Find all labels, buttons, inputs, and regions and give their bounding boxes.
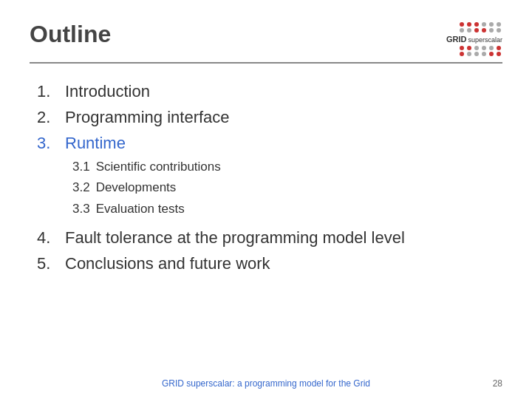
- outline-list: 1. Introduction 2. Programming interface…: [37, 78, 502, 157]
- item-label-4: Fault tolerance at the programming model…: [65, 225, 405, 250]
- dot: [482, 52, 486, 56]
- dot: [474, 28, 479, 33]
- slide-content: 1. Introduction 2. Programming interface…: [30, 78, 502, 277]
- sub-item-num-33: 3.3: [72, 199, 90, 220]
- slide-header: Outline GRID superscalar: [30, 21, 502, 64]
- sub-item-num-31: 3.1: [72, 157, 90, 178]
- item-label-3: Runtime: [65, 130, 126, 156]
- dot: [489, 46, 494, 50]
- logo-dots-top: [460, 22, 502, 33]
- logo-grid-label: GRID: [446, 35, 467, 44]
- dot: [489, 22, 494, 27]
- dot: [474, 46, 479, 50]
- dot: [497, 46, 501, 50]
- page-number: 28: [493, 378, 502, 389]
- dot: [460, 28, 464, 33]
- dot: [474, 52, 479, 56]
- outline-item-2: 2. Programming interface: [37, 104, 502, 130]
- slide-title: Outline: [30, 21, 111, 48]
- slide-footer: GRID superscalar: a programming model fo…: [0, 378, 532, 389]
- sub-item-31: 3.1 Scientific contributions: [72, 157, 502, 178]
- item-num-5: 5.: [37, 250, 58, 276]
- dot: [460, 46, 464, 50]
- dot: [467, 46, 471, 50]
- item-num-4: 4.: [37, 225, 58, 250]
- outline-item-5: 5. Conclusions and future work: [37, 250, 502, 276]
- outline-list-2: 4. Fault tolerance at the programming mo…: [37, 225, 502, 276]
- sub-item-33: 3.3 Evaluation tests: [72, 199, 502, 220]
- dot: [497, 52, 501, 56]
- logo-text: GRID superscalar: [446, 35, 502, 44]
- sub-items-list: 3.1 Scientific contributions 3.2 Develop…: [72, 157, 502, 221]
- dot: [474, 22, 479, 27]
- item-num-1: 1.: [37, 78, 58, 104]
- dot: [482, 46, 486, 50]
- outline-item-4: 4. Fault tolerance at the programming mo…: [37, 225, 502, 250]
- footer-text: GRID superscalar: a programming model fo…: [162, 378, 370, 389]
- dot: [460, 52, 464, 56]
- item-label-5: Conclusions and future work: [65, 250, 270, 276]
- dot: [467, 28, 471, 33]
- logo: GRID superscalar: [446, 22, 502, 56]
- dot: [497, 22, 501, 27]
- sub-item-label-32: Developments: [96, 177, 177, 199]
- sub-item-num-32: 3.2: [72, 177, 90, 199]
- item-num-2: 2.: [37, 104, 58, 130]
- logo-dots-bottom: [460, 46, 502, 56]
- sub-item-32: 3.2 Developments: [72, 177, 502, 199]
- item-num-3: 3.: [37, 130, 58, 156]
- dot: [460, 22, 464, 27]
- dot: [489, 52, 494, 56]
- item-label-1: Introduction: [65, 78, 150, 104]
- outline-item-3: 3. Runtime: [37, 130, 502, 156]
- sub-item-label-31: Scientific contributions: [96, 157, 221, 178]
- dot: [497, 28, 501, 33]
- sub-item-label-33: Evaluation tests: [96, 199, 185, 220]
- dot: [482, 22, 486, 27]
- item-label-2: Programming interface: [65, 104, 230, 130]
- outline-item-1: 1. Introduction: [37, 78, 502, 104]
- dot: [467, 52, 471, 56]
- dot: [467, 22, 471, 27]
- dot: [489, 28, 494, 33]
- slide: Outline GRID superscalar: [0, 0, 532, 399]
- logo-super-label: superscalar: [468, 36, 502, 44]
- dot: [482, 28, 486, 33]
